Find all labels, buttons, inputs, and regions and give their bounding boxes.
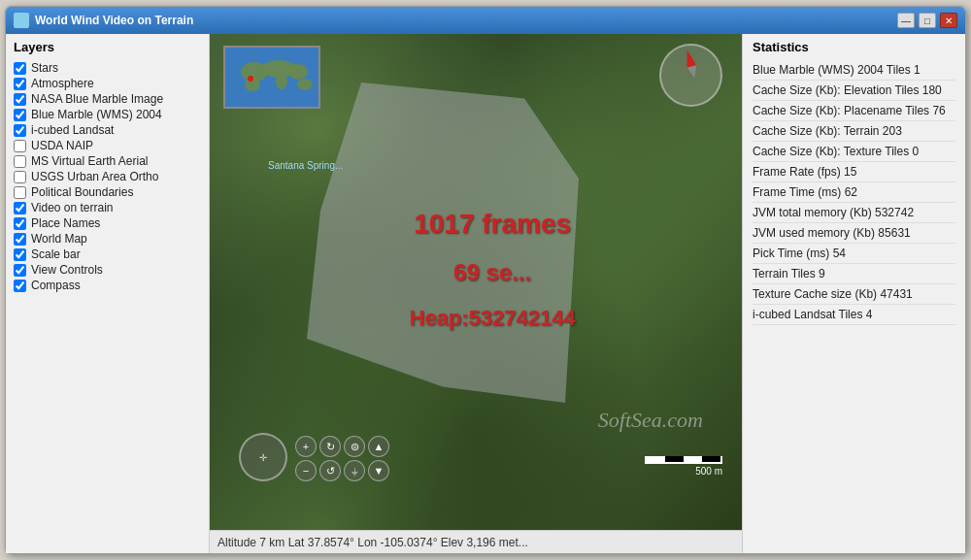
svg-point-6: [297, 79, 313, 90]
layer-item-compass: Compass: [14, 278, 201, 293]
layer-label-usgs-urban: USGS Urban Area Ortho: [31, 170, 158, 183]
layer-checkbox-usda-naip[interactable]: [14, 140, 26, 152]
layers-title: Layers: [14, 40, 201, 54]
status-bar: Altitude 7 km Lat 37.8574° Lon -105.0374…: [210, 530, 742, 553]
tilt-up-button[interactable]: ⊜: [344, 436, 365, 457]
close-button[interactable]: ✕: [940, 13, 957, 28]
layer-label-blue-marble-wms: Blue Marble (WMS) 2004: [31, 108, 162, 121]
status-text: Altitude 7 km Lat 37.8574° Lon -105.0374…: [218, 536, 528, 549]
layer-item-video-terrain: Video on terrain: [14, 200, 201, 215]
layer-item-ms-virtual-earth: MS Virtual Earth Aerial: [14, 153, 201, 169]
layer-checkbox-place-names[interactable]: [14, 217, 26, 230]
layer-label-atmosphere: Atmosphere: [31, 77, 94, 90]
window-controls: — □ ✕: [897, 13, 957, 28]
stat-item-10: Terrain Tiles 9: [753, 264, 955, 284]
layer-item-usgs-urban: USGS Urban Area Ortho: [14, 169, 201, 184]
layer-label-place-names: Place Names: [31, 216, 100, 230]
nav-arrows: ✛: [259, 452, 267, 463]
map-place-label: Santana Spring...: [268, 160, 343, 171]
move-up-button[interactable]: ▲: [368, 436, 389, 457]
layer-item-stars: Stars: [14, 60, 201, 76]
scale-bar: 500 m: [645, 456, 722, 477]
stat-item-12: i-cubed Landsat Tiles 4: [753, 305, 955, 325]
app-icon: [14, 13, 29, 28]
layer-checkbox-usgs-urban[interactable]: [14, 171, 26, 183]
stat-item-4: Cache Size (Kb): Texture Tiles 0: [753, 142, 955, 162]
svg-point-5: [288, 64, 308, 80]
compass-needle-bottom: [686, 65, 699, 79]
layer-checkbox-scale-bar[interactable]: [14, 248, 26, 261]
mini-map: [223, 46, 320, 109]
title-bar-left: World Wind Video on Terrain: [14, 13, 193, 28]
layer-label-world-map: World Map: [31, 232, 87, 246]
map-area[interactable]: Santana Spring... 1017 frames 69 se... H…: [210, 34, 742, 530]
layer-item-world-map: World Map: [14, 231, 201, 247]
scale-line: [645, 456, 722, 464]
layer-item-i-cubed-landsat: i-cubed Landsat: [14, 122, 201, 138]
layer-item-political-boundaries: Political Boundaries: [14, 184, 201, 200]
layer-label-compass: Compass: [31, 279, 81, 292]
watermark: SoftSea.com: [598, 408, 703, 433]
stat-item-3: Cache Size (Kb): Terrain 203: [753, 121, 955, 142]
statistics-list: Blue Marble (WMS) 2004 Tiles 1Cache Size…: [753, 60, 955, 325]
layer-checkbox-view-controls[interactable]: [14, 264, 26, 277]
layer-label-view-controls: View Controls: [31, 263, 103, 277]
layer-label-scale-bar: Scale bar: [31, 247, 81, 261]
layer-checkbox-compass[interactable]: [14, 280, 26, 292]
statistics-title: Statistics: [753, 40, 955, 54]
layer-item-scale-bar: Scale bar: [14, 247, 201, 262]
right-panel: Statistics Blue Marble (WMS) 2004 Tiles …: [742, 34, 965, 553]
window-title: World Wind Video on Terrain: [35, 14, 193, 27]
layers-list: StarsAtmosphereNASA Blue Marble ImageBlu…: [14, 60, 201, 293]
minimize-button[interactable]: —: [897, 13, 915, 28]
svg-point-4: [276, 74, 287, 89]
zoom-row-2: − ↺ ⏚ ▼: [295, 460, 389, 481]
zoom-in-button[interactable]: +: [295, 436, 317, 457]
layer-item-place-names: Place Names: [14, 215, 201, 231]
layer-checkbox-i-cubed-landsat[interactable]: [14, 124, 26, 137]
compass-widget: [659, 44, 722, 107]
layer-label-nasa-blue-marble: NASA Blue Marble Image: [31, 92, 163, 106]
layer-label-ms-virtual-earth: MS Virtual Earth Aerial: [31, 154, 149, 168]
scale-seg-4: [702, 456, 720, 462]
scale-label: 500 m: [695, 466, 722, 477]
layer-checkbox-video-terrain[interactable]: [14, 202, 26, 214]
zoom-out-button[interactable]: −: [295, 460, 317, 481]
layer-checkbox-blue-marble-wms[interactable]: [14, 109, 26, 121]
main-content: Layers StarsAtmosphereNASA Blue Marble I…: [6, 34, 965, 553]
tilt-down-button[interactable]: ⏚: [344, 460, 365, 481]
svg-point-7: [248, 76, 253, 82]
layer-label-usda-naip: USDA NAIP: [31, 139, 93, 152]
move-down-button[interactable]: ▼: [368, 460, 389, 481]
stat-item-1: Cache Size (Kb): Elevation Tiles 180: [753, 81, 955, 101]
layer-item-view-controls: View Controls: [14, 262, 201, 278]
scale-seg-2: [665, 456, 684, 462]
layer-item-usda-naip: USDA NAIP: [14, 138, 201, 153]
layer-label-stars: Stars: [31, 61, 58, 75]
layer-checkbox-atmosphere[interactable]: [14, 78, 26, 90]
layer-checkbox-stars[interactable]: [14, 62, 26, 75]
layer-item-atmosphere: Atmosphere: [14, 76, 201, 91]
layer-checkbox-nasa-blue-marble[interactable]: [14, 93, 26, 106]
layer-item-nasa-blue-marble: NASA Blue Marble Image: [14, 91, 201, 107]
center-panel: Santana Spring... 1017 frames 69 se... H…: [210, 34, 742, 553]
layer-checkbox-world-map[interactable]: [14, 233, 26, 246]
layer-checkbox-ms-virtual-earth[interactable]: [14, 155, 26, 168]
nav-circle[interactable]: ✛: [239, 433, 287, 481]
layer-item-blue-marble-wms: Blue Marble (WMS) 2004: [14, 107, 201, 122]
layer-checkbox-political-boundaries[interactable]: [14, 186, 26, 199]
main-window: World Wind Video on Terrain — □ ✕ Layers…: [5, 6, 966, 554]
maximize-button[interactable]: □: [919, 13, 936, 28]
world-svg: [225, 48, 318, 107]
stat-item-8: JVM used memory (Kb) 85631: [753, 223, 955, 244]
stat-item-0: Blue Marble (WMS) 2004 Tiles 1: [753, 60, 955, 81]
stat-item-6: Frame Time (ms) 62: [753, 182, 955, 203]
scale-seg-3: [684, 456, 702, 462]
nav-pad[interactable]: ✛: [239, 433, 287, 481]
compass-needle: [682, 49, 692, 77]
rotate-ccw-button[interactable]: ↺: [319, 460, 341, 481]
mini-map-world: [225, 48, 318, 107]
stat-item-2: Cache Size (Kb): Placename Tiles 76: [753, 101, 955, 121]
rotate-cw-button[interactable]: ↻: [319, 436, 341, 457]
layer-label-i-cubed-landsat: i-cubed Landsat: [31, 123, 114, 137]
